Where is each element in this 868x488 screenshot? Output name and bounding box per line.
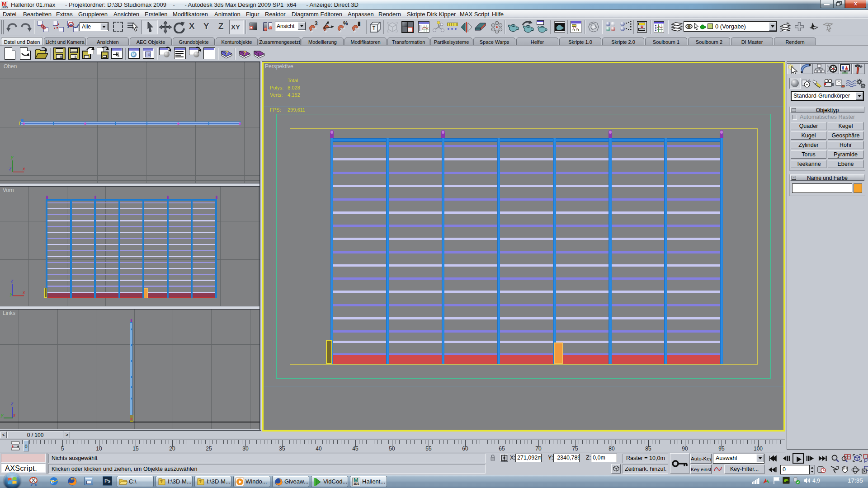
svg-text:z: z [10, 401, 14, 406]
svg-text:x: x [22, 166, 25, 171]
svg-text:y: y [0, 412, 4, 418]
svg-text:z: z [9, 166, 12, 171]
svg-text:x: x [22, 290, 25, 295]
svg-text:T: T [373, 26, 375, 31]
svg-text:x: x [13, 412, 16, 418]
svg-text:?: ? [243, 50, 246, 56]
svg-text:z: z [10, 278, 14, 283]
svg-text:?: ? [225, 50, 228, 56]
svg-text:y: y [10, 154, 14, 160]
